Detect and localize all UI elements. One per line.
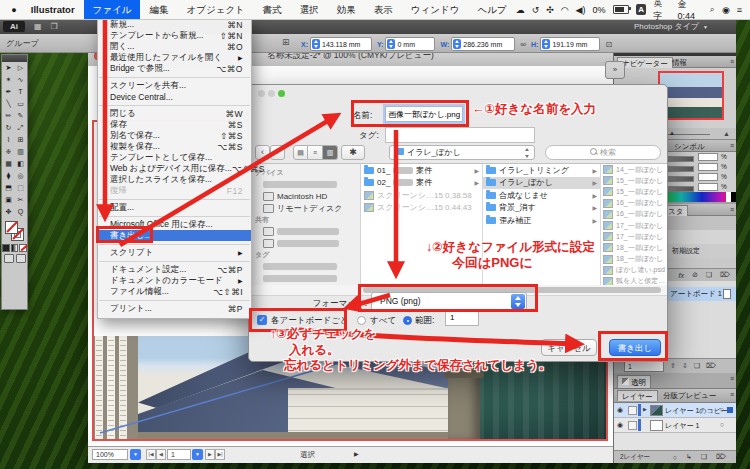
first-artboard-button[interactable]: |◀ bbox=[146, 449, 156, 460]
file-menu-item-14[interactable]: 復帰F12 bbox=[98, 185, 251, 196]
draw-normal-button[interactable] bbox=[4, 254, 14, 263]
per-artboard-checkbox[interactable]: ✓ bbox=[257, 315, 267, 325]
screen-mode-button[interactable] bbox=[16, 254, 26, 263]
sidebar-item[interactable] bbox=[249, 237, 360, 249]
fx-icon[interactable]: fx bbox=[678, 272, 683, 279]
new-artboard-icon[interactable]: ❏ bbox=[694, 362, 700, 370]
menubar-item-0[interactable]: Illustrator bbox=[22, 0, 84, 19]
menubar-item-9[interactable]: ヘルプ bbox=[468, 0, 515, 19]
field-box[interactable]: 143.118 mm bbox=[310, 37, 372, 51]
folder-row[interactable]: イラレ_トリミング▶ bbox=[483, 164, 600, 177]
wifi-icon[interactable]: ◠ bbox=[561, 5, 569, 15]
spotlight-icon[interactable]: ⌕ bbox=[710, 4, 715, 15]
file-menu-item-11[interactable]: テンプレートとして保存... bbox=[98, 152, 251, 163]
menubar-item-5[interactable]: 選択 bbox=[291, 0, 328, 19]
menubar-item-1[interactable]: ファイル bbox=[84, 0, 141, 19]
file-menu-item-8[interactable]: 保存⌘S bbox=[98, 119, 251, 130]
layer-target-icon[interactable]: ○ bbox=[720, 421, 724, 428]
delete-layer-icon[interactable]: ⌦ bbox=[716, 453, 726, 461]
visibility-eye-icon[interactable]: ◉ bbox=[617, 421, 623, 429]
file-menu-item-7[interactable]: 閉じる⌘W bbox=[98, 108, 251, 119]
none-button[interactable] bbox=[19, 244, 27, 252]
symbol-sprayer-tool[interactable]: ❈ bbox=[3, 146, 15, 158]
delete-style-icon[interactable]: ⌦ bbox=[720, 271, 730, 279]
zoom-dropdown-button[interactable]: ▼ bbox=[130, 449, 141, 460]
menubar-item-6[interactable]: 効果 bbox=[328, 0, 365, 19]
file-menu-item-22[interactable]: プリント...⌘P bbox=[98, 303, 251, 314]
file-menu-item-9[interactable]: 別名で保存...⇧⌘S bbox=[98, 130, 251, 141]
menubar-item-3[interactable]: オブジェクト bbox=[177, 0, 253, 19]
graph-tool[interactable]: ▥ bbox=[15, 146, 27, 158]
dock-collapse-button[interactable]: » bbox=[605, 61, 625, 79]
keyboard-brightness-icon[interactable]: ✣ bbox=[546, 5, 554, 15]
rectangle-tool[interactable]: ▭ bbox=[15, 98, 27, 110]
file-menu-item-19[interactable]: ドキュメント設定...⌥⌘P bbox=[98, 264, 251, 275]
file-list-item[interactable]: 17_一部ぼかし bbox=[601, 231, 669, 242]
color-button[interactable] bbox=[2, 244, 10, 252]
field-box[interactable]: 286.236 mm bbox=[451, 37, 515, 51]
file-row[interactable]: 01_案件▶ bbox=[361, 164, 482, 177]
folder-row[interactable]: 合成なじませ▶ bbox=[483, 189, 600, 202]
next-artboard-button[interactable]: ▶ bbox=[205, 449, 215, 460]
link-dimensions-icon[interactable]: ∞ bbox=[520, 40, 526, 49]
slider-thumb[interactable]: ▲ bbox=[669, 130, 675, 136]
folder-row[interactable]: 歪み補正▶ bbox=[483, 214, 600, 227]
filename-input[interactable]: 画像一部ぼかし.png bbox=[385, 106, 463, 122]
file-menu-item-5[interactable]: スクリーンを共有... bbox=[98, 80, 251, 91]
file-menu-item-16[interactable]: Microsoft Office 用に保存... bbox=[98, 219, 251, 230]
file-row[interactable]: 02_案件▶ bbox=[361, 177, 482, 190]
free-transform-tool[interactable]: ⊞ bbox=[15, 134, 27, 146]
file-list-item[interactable]: 18_一部ぼかし bbox=[601, 242, 669, 253]
input-source-icon[interactable]: A bbox=[636, 4, 647, 15]
line-tool[interactable]: ╲ bbox=[3, 98, 15, 110]
color-value-field[interactable] bbox=[698, 163, 718, 171]
artboard-tool[interactable]: ▣ bbox=[3, 194, 15, 206]
file-list-item[interactable]: 15_一部ぼかし bbox=[601, 175, 669, 186]
hand-tool[interactable]: ✥ bbox=[3, 206, 15, 218]
fill-color-swatch[interactable] bbox=[5, 221, 18, 234]
layer-row[interactable]: ◉▶レイヤー 1のコピー○ bbox=[614, 403, 736, 418]
gradient-tool[interactable]: ◧ bbox=[15, 158, 27, 170]
color-value-field[interactable] bbox=[698, 183, 718, 191]
file-menu-item-0[interactable]: 新規...⌘N bbox=[98, 19, 251, 30]
dialog-zoom-button[interactable] bbox=[278, 90, 285, 97]
sidebar-item[interactable]: Macintosh HD bbox=[249, 190, 360, 202]
lock-toggle[interactable] bbox=[628, 406, 637, 415]
fit-artboard-icon[interactable]: ⊡ bbox=[605, 40, 612, 49]
panel-menu-icon[interactable]: ≡ bbox=[730, 375, 734, 382]
color-value-field[interactable] bbox=[698, 153, 718, 161]
file-list-item[interactable]: 16_一部ぼかし bbox=[601, 198, 669, 209]
status-menu-arrow-icon[interactable]: ▶ bbox=[354, 450, 359, 457]
type-tool[interactable]: T bbox=[15, 86, 27, 98]
rotate-tool[interactable]: ↻ bbox=[3, 122, 15, 134]
location-dropdown[interactable]: イラレ_ぼかし bbox=[389, 145, 535, 160]
move-up-icon[interactable]: ⇧ bbox=[670, 362, 676, 370]
tab-separation-preview[interactable]: 分版プレビュー bbox=[659, 390, 720, 401]
file-menu-item-1[interactable]: テンプレートから新規...⇧⌘N bbox=[98, 30, 251, 41]
arrange-documents-icon[interactable]: ▦ bbox=[34, 22, 42, 31]
file-menu-item-6[interactable]: Device Central... bbox=[98, 91, 251, 102]
file-menu-item-10[interactable]: 複製を保存...⌥⌘S bbox=[98, 141, 251, 152]
direct-selection-tool[interactable]: ▷ bbox=[15, 62, 27, 74]
file-menu-item-2[interactable]: 開く...⌘O bbox=[98, 41, 251, 52]
cloud-icon[interactable]: ☁ bbox=[516, 5, 525, 15]
tab-info[interactable]: 情報 bbox=[668, 57, 691, 68]
stepper-icon[interactable] bbox=[453, 39, 461, 49]
tab-navigator[interactable]: ナビゲーター bbox=[617, 57, 673, 68]
workspace-switcher[interactable]: Photoshop タイプ ▼ bbox=[634, 21, 708, 32]
last-artboard-button[interactable]: ▶| bbox=[215, 449, 225, 460]
action-menu-button[interactable]: ✱ bbox=[341, 145, 365, 160]
make-mask-icon[interactable]: ○ bbox=[673, 454, 677, 461]
pencil-tool[interactable]: ✎ bbox=[15, 110, 27, 122]
new-layer-icon[interactable]: ❏ bbox=[701, 453, 707, 461]
file-list-item[interactable]: 16_一部ぼかし bbox=[601, 209, 669, 220]
sidebar-item[interactable] bbox=[249, 260, 360, 272]
field-box[interactable]: 191.19 mm bbox=[540, 37, 600, 51]
zoom-tool[interactable]: Q bbox=[15, 206, 27, 218]
export-button[interactable]: 書き出し bbox=[609, 339, 661, 356]
prev-artboard-button[interactable]: ◀ bbox=[156, 449, 166, 460]
file-list-item[interactable]: 18_一部ぼかし bbox=[601, 254, 669, 265]
reference-point-icon[interactable]: ⊞ bbox=[282, 37, 290, 47]
layer-target-icon[interactable]: ○ bbox=[720, 406, 724, 413]
tab-layers[interactable]: レイヤー bbox=[617, 390, 658, 401]
